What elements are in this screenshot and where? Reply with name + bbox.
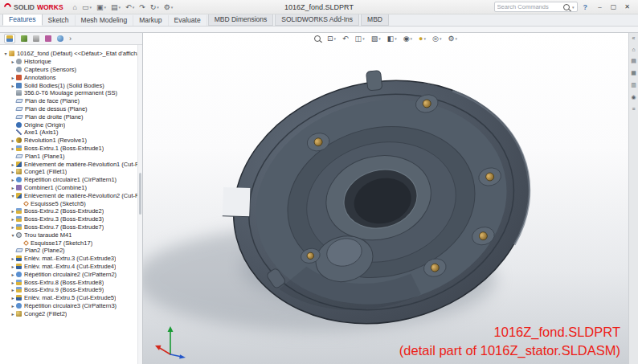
rebuild-icon[interactable]: ↻▾ — [150, 3, 159, 11]
tree-item[interactable]: ▸ Combiner1 (Combine1) — [0, 184, 142, 192]
tree-item[interactable]: ▸ Répétition circulaire2 (CirPattern2) — [0, 270, 142, 278]
expander-icon[interactable]: ▸ — [10, 280, 16, 285]
tab-features[interactable]: Features — [2, 14, 43, 26]
displaymanager-tab[interactable] — [57, 35, 63, 42]
tab-mbd-dimensions[interactable]: MBD Dimensions — [208, 14, 274, 26]
home-icon[interactable]: ⌂ — [73, 3, 77, 11]
dropdown-caret-icon[interactable]: ▾ — [157, 5, 159, 10]
home-icon[interactable]: ⌂ — [629, 47, 638, 52]
viewport[interactable]: ⊡▾↶◫▾▧▾◧▾◉▾●▾◎▾⚙▾ — [143, 33, 628, 364]
open-icon[interactable]: ▭▾ — [82, 3, 92, 11]
tab-markup[interactable]: Markup — [133, 15, 168, 26]
tab-sketch[interactable]: Sketch — [43, 15, 76, 26]
tree-item[interactable]: ▸ Annotations — [0, 73, 142, 81]
expander-icon[interactable]: ▸ — [10, 208, 16, 214]
expander-icon[interactable]: ▸ — [10, 216, 16, 222]
tree-item[interactable]: ▸ Boss-Extru.7 (Boss-Extrude7) — [0, 223, 142, 231]
hide-show-items-icon[interactable]: ◉▾ — [403, 35, 412, 43]
section-view-icon[interactable]: ◫▾ — [355, 35, 365, 43]
collapse-taskpane-icon[interactable]: « — [629, 35, 638, 41]
tree-item[interactable]: ▸ Historique — [0, 58, 142, 66]
expander-icon[interactable]: ▾ — [2, 51, 9, 56]
tree-item[interactable]: Plan2 (Plane2) — [0, 247, 142, 255]
dropdown-caret-icon[interactable]: ▾ — [411, 36, 413, 41]
expander-icon[interactable]: ▸ — [10, 83, 16, 88]
dimxpertmanager-tab[interactable] — [45, 35, 51, 42]
dropdown-caret-icon[interactable]: ▾ — [334, 36, 337, 41]
dropdown-caret-icon[interactable]: ▾ — [362, 36, 365, 41]
tree-item[interactable]: ▸ Boss-Extru.1 (Boss-Extrude1) — [0, 145, 142, 153]
tree-item[interactable]: ▸ Répétition circulaire1 (CirPattern1) — [0, 176, 142, 184]
tree-item[interactable]: Plan de face (Plane) — [0, 97, 142, 105]
expander-icon[interactable]: ▸ — [10, 264, 16, 269]
dropdown-caret-icon[interactable]: ▾ — [171, 5, 174, 10]
maximize-button[interactable]: ▢ — [607, 3, 620, 10]
expander-icon[interactable]: ▸ — [10, 145, 16, 151]
expander-icon[interactable]: ▾ — [10, 193, 16, 198]
expander-icon[interactable]: ▸ — [10, 162, 16, 167]
previous-view-icon[interactable]: ↶ — [342, 35, 349, 43]
dropdown-caret-icon[interactable]: ▾ — [424, 36, 427, 41]
close-button[interactable]: ✕ — [620, 3, 634, 10]
tree-item[interactable]: ▸ Enlèv. mat.-Extru.4 (Cut-Extrude4) — [0, 263, 142, 271]
custom-properties-icon[interactable]: ≡ — [629, 106, 638, 112]
tree-item[interactable]: ▸ Répétition circulaire3 (CirPattern3) — [0, 302, 142, 310]
expander-icon[interactable]: ▸ — [10, 137, 16, 143]
tab-mbd[interactable]: MBD — [361, 14, 389, 26]
tree-item[interactable]: Plan1 (Plane1) — [0, 152, 142, 160]
tree-item[interactable]: ▸ Révolution1 (Revolve1) — [0, 137, 142, 145]
tree-item[interactable]: Origine (Origin) — [0, 121, 142, 129]
edit-appearance-icon[interactable]: ●▾ — [419, 35, 426, 43]
zoom-area-icon[interactable]: ⊡▾ — [327, 35, 336, 43]
tree-item[interactable]: ▸ Solid Bodies(1) (Solid Bodies) — [0, 81, 142, 89]
expander-icon[interactable]: ▸ — [10, 256, 16, 261]
expander-icon[interactable]: ▸ — [10, 303, 16, 309]
view-orientation-icon[interactable]: ▧▾ — [371, 35, 381, 43]
tree-item[interactable]: ▸ Congé2 (Fillet2) — [0, 309, 142, 317]
tree-item[interactable]: ▸ Boss-Extru.8 (Boss-Extrude8) — [0, 278, 142, 286]
apply-scene-icon[interactable]: ◎▾ — [432, 35, 441, 43]
dropdown-caret-icon[interactable]: ▾ — [395, 36, 397, 41]
options-icon[interactable]: ⚙▾ — [164, 3, 174, 11]
expander-icon[interactable]: ▸ — [10, 75, 16, 80]
dropdown-caret-icon[interactable]: ▾ — [440, 36, 442, 41]
design-library-icon[interactable]: ▤ — [629, 58, 638, 64]
display-style-icon[interactable]: ◧▾ — [387, 35, 397, 43]
dropdown-caret-icon[interactable]: ▾ — [119, 5, 121, 10]
tab-evaluate[interactable]: Evaluate — [169, 15, 207, 26]
panel-scrollbar[interactable] — [137, 45, 142, 364]
propertymanager-tab[interactable] — [21, 35, 27, 42]
tab-solidworks-add-ins[interactable]: SOLIDWORKS Add-Ins — [275, 14, 359, 26]
expander-icon[interactable]: ▾ — [10, 232, 16, 238]
expander-icon[interactable]: ▸ — [10, 59, 16, 64]
undo-icon[interactable]: ↶▾ — [125, 3, 134, 11]
expander-icon[interactable]: ▸ — [10, 224, 16, 230]
tree-item[interactable]: ▾ Enlèvement de matière-Révolution2 (Cut… — [0, 191, 142, 199]
tree-item[interactable]: ▾ Trou taraudé M41 — [0, 231, 142, 239]
expander-icon[interactable]: ▸ — [10, 295, 16, 301]
search-caret-icon[interactable]: ▾ — [572, 5, 575, 10]
tree-item[interactable]: Plan de droite (Plane) — [0, 112, 142, 121]
tab-mesh-modeling[interactable]: Mesh Modeling — [76, 15, 134, 26]
expander-icon[interactable]: ▸ — [10, 287, 16, 292]
tree-item[interactable]: ▸ Boss-Extru.9 (Boss-Extrude9) — [0, 286, 142, 294]
expander-icon[interactable]: ▸ — [10, 185, 16, 190]
minimize-button[interactable]: – — [593, 3, 607, 10]
help-icon[interactable]: ? — [583, 3, 588, 11]
expander-icon[interactable]: ▸ — [10, 311, 16, 317]
dropdown-caret-icon[interactable]: ▾ — [378, 36, 381, 41]
dropdown-caret-icon[interactable]: ▾ — [133, 5, 135, 10]
tree-item[interactable]: Capteurs (Sensors) — [0, 66, 142, 74]
expander-icon[interactable]: ▸ — [10, 177, 16, 182]
part-3d-model[interactable] — [143, 33, 628, 364]
redo-icon[interactable]: ↷ — [139, 3, 145, 11]
tree-item[interactable]: ▸ Congé1 (Fillet1) — [0, 168, 142, 176]
tree-item[interactable]: Plan de dessus (Plane) — [0, 105, 142, 113]
dropdown-caret-icon[interactable]: ▾ — [90, 5, 92, 10]
expander-icon[interactable]: ▸ — [10, 272, 16, 277]
tree-item[interactable]: ▸ Enlèv. mat.-Extru.5 (Cut-Extrude5) — [0, 294, 142, 302]
file-explorer-icon[interactable]: ▦ — [629, 70, 638, 76]
tree-item[interactable]: 356.0-T6 Moulage permanent (SS) — [0, 89, 142, 97]
tree-item[interactable]: ▸ Enlèvement de matière-Révolution1 (Cut… — [0, 160, 142, 168]
save-icon[interactable]: ▣▾ — [96, 3, 106, 11]
